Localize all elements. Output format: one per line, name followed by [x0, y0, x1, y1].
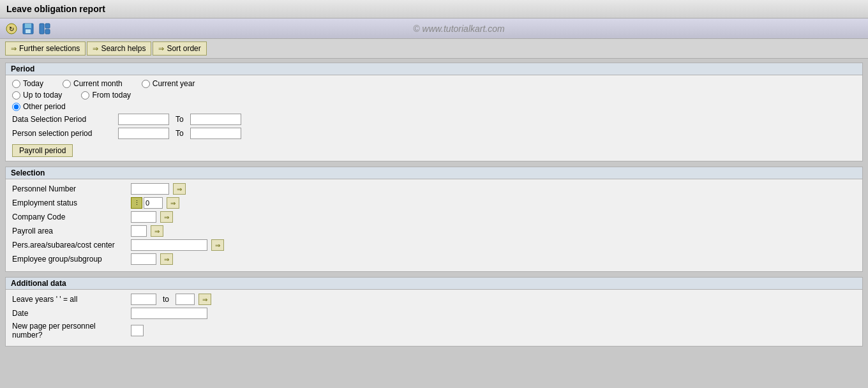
svg-text:↻: ↻ [9, 26, 14, 33]
leave-years-from-input[interactable] [131, 294, 156, 305]
data-selection-period-from-input[interactable] [118, 114, 169, 125]
additional-data-section-header: Additional data [6, 278, 862, 290]
period-radio-row-3: Other period [12, 102, 856, 111]
additional-data-section: Additional data Leave years ' ' = all to… [5, 277, 863, 347]
radio-up-to-today-label: Up to today [23, 91, 62, 100]
payroll-area-row: Payroll area ⇒ [12, 225, 856, 237]
tab-further-selections-label: Further selections [19, 44, 80, 53]
new-page-input[interactable] [131, 325, 144, 336]
period-radio-row-1: Today Current month Current year [12, 79, 856, 88]
radio-other-period[interactable]: Other period [12, 102, 66, 111]
company-code-row: Company Code ⇒ [12, 211, 856, 223]
date-row: Date [12, 308, 856, 319]
payroll-area-input[interactable] [131, 225, 147, 237]
back-icon[interactable]: ↻ [5, 22, 18, 35]
leave-years-to-label: to [163, 295, 169, 304]
period-section-body: Today Current month Current year Up to t… [6, 75, 862, 161]
radio-today-label: Today [23, 79, 43, 88]
svg-rect-6 [45, 24, 50, 28]
watermark: © www.tutorialkart.com [55, 24, 863, 34]
date-label: Date [12, 309, 127, 318]
personnel-number-arrow-btn[interactable]: ⇒ [173, 183, 186, 195]
tab-search-helps-label: Search helps [101, 44, 146, 53]
pers-area-input[interactable] [131, 239, 207, 251]
period-radio-row-2: Up to today From today [12, 91, 856, 100]
data-selection-period-to-input[interactable] [190, 114, 241, 125]
radio-today-input[interactable] [12, 80, 20, 88]
radio-current-year-input[interactable] [142, 80, 150, 88]
save-icon[interactable] [22, 22, 34, 35]
employee-group-row: Employee group/subgroup ⇒ [12, 253, 856, 265]
page-title: Leave obligation report [6, 4, 105, 14]
selection-section: Selection Personnel Number ⇒ Employment … [5, 167, 863, 272]
layout-icon[interactable] [38, 22, 51, 35]
svg-rect-5 [40, 24, 44, 34]
main-content: Period Today Current month Current year [0, 59, 868, 355]
date-input[interactable] [131, 308, 207, 319]
data-selection-period-to-label: To [176, 115, 184, 124]
new-page-row: New page per personnel number? [12, 322, 856, 340]
tab-further-selections[interactable]: ⇒ Further selections [5, 41, 86, 56]
employment-status-label: Employment status [12, 198, 127, 207]
company-code-input[interactable] [131, 211, 156, 223]
radio-current-month[interactable]: Current month [63, 79, 123, 88]
person-selection-period-label: Person selection period [12, 129, 114, 138]
employment-status-arrow-btn[interactable]: ⇒ [167, 197, 179, 209]
search-helps-arrow-icon: ⇒ [93, 45, 98, 53]
employee-group-label: Employee group/subgroup [12, 255, 127, 264]
sort-order-arrow-icon: ⇒ [158, 45, 164, 53]
leave-years-to-input[interactable] [176, 294, 195, 305]
payroll-area-arrow-btn[interactable]: ⇒ [151, 225, 163, 237]
title-bar: Leave obligation report [0, 0, 868, 19]
svg-rect-3 [25, 24, 31, 28]
tab-sort-order-label: Sort order [167, 44, 200, 53]
radio-current-month-label: Current month [73, 79, 123, 88]
period-section-header: Period [6, 63, 862, 75]
person-selection-period-row: Person selection period To [12, 128, 856, 139]
person-selection-period-to-label: To [176, 129, 184, 138]
employment-status-input[interactable] [144, 197, 163, 209]
new-page-label: New page per personnel number? [12, 322, 127, 340]
leave-years-label: Leave years ' ' = all [12, 295, 127, 304]
company-code-arrow-btn[interactable]: ⇒ [160, 211, 173, 223]
additional-data-section-body: Leave years ' ' = all to ⇒ Date New page… [6, 290, 862, 346]
tab-sort-order[interactable]: ⇒ Sort order [153, 41, 206, 56]
radio-from-today-input[interactable] [81, 91, 89, 100]
radio-up-to-today[interactable]: Up to today [12, 91, 62, 100]
person-selection-period-to-input[interactable] [190, 128, 241, 139]
radio-other-period-label: Other period [23, 102, 66, 111]
employee-group-arrow-btn[interactable]: ⇒ [160, 253, 173, 265]
tab-search-helps[interactable]: ⇒ Search helps [87, 41, 151, 56]
payroll-area-label: Payroll area [12, 227, 127, 235]
radio-from-today-label: From today [92, 91, 131, 100]
further-selections-arrow-icon: ⇒ [11, 45, 17, 53]
employment-status-box: ⋮ [131, 197, 163, 209]
leave-years-row: Leave years ' ' = all to ⇒ [12, 294, 856, 305]
employment-status-icon[interactable]: ⋮ [131, 197, 142, 209]
selection-section-body: Personnel Number ⇒ Employment status ⋮ ⇒… [6, 179, 862, 271]
period-section: Period Today Current month Current year [5, 63, 863, 161]
leave-years-arrow-btn[interactable]: ⇒ [198, 294, 211, 305]
personnel-number-input[interactable] [131, 183, 169, 195]
pers-area-row: Pers.area/subarea/cost center ⇒ [12, 239, 856, 251]
radio-current-year[interactable]: Current year [142, 79, 195, 88]
radio-current-year-label: Current year [153, 79, 195, 88]
svg-rect-4 [26, 29, 31, 33]
personnel-number-label: Personnel Number [12, 184, 127, 193]
employment-status-row: Employment status ⋮ ⇒ [12, 197, 856, 209]
selection-section-header: Selection [6, 167, 862, 179]
radio-other-period-input[interactable] [12, 103, 20, 111]
payroll-period-container: Payroll period [12, 142, 856, 157]
person-selection-period-from-input[interactable] [118, 128, 169, 139]
radio-today[interactable]: Today [12, 79, 43, 88]
svg-rect-7 [45, 29, 50, 34]
radio-up-to-today-input[interactable] [12, 91, 20, 100]
employee-group-input[interactable] [131, 253, 156, 265]
radio-current-month-input[interactable] [63, 80, 71, 88]
personnel-number-row: Personnel Number ⇒ [12, 183, 856, 195]
radio-from-today[interactable]: From today [81, 91, 131, 100]
data-selection-period-label: Data Selection Period [12, 115, 114, 124]
pers-area-arrow-btn[interactable]: ⇒ [211, 239, 224, 251]
payroll-period-button[interactable]: Payroll period [12, 144, 73, 157]
tab-bar: ⇒ Further selections ⇒ Search helps ⇒ So… [0, 39, 868, 59]
